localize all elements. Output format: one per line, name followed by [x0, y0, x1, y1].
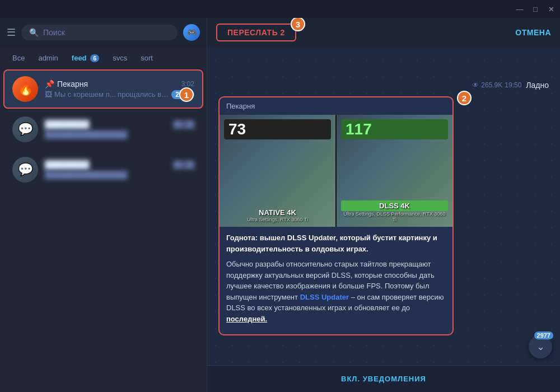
blurred-avatar-2: 💬	[12, 157, 38, 183]
tab-admin[interactable]: admin	[32, 52, 63, 64]
blurred-name-1: ████████	[45, 120, 89, 129]
blurred-preview-1: ████████████████	[45, 130, 194, 139]
ladno-text: Ладно	[526, 81, 549, 90]
pekarnya-preview: 🖼 Мы с корешем п... прощались в ... 2977	[45, 90, 194, 99]
blurred-info-2: ████████ ██:██ ████████████████	[45, 160, 194, 179]
channel-name: Пекарня	[220, 97, 452, 115]
pekarnya-time: 3:02	[181, 80, 194, 88]
feed-badge: 6	[90, 54, 99, 62]
dlss-fps: 117	[341, 119, 448, 139]
annotation-3: 3	[291, 18, 305, 31]
action-bar: ПЕРЕСЛАТЬ 2 3 ОТМЕНА	[207, 18, 560, 47]
blurred-time-1: ██:██	[174, 120, 194, 128]
tab-feed[interactable]: feed 6	[66, 52, 105, 64]
preview-icon: 🖼	[45, 90, 52, 99]
comparison-image: 73 NATIVE 4K Ultra Settings, RTX 3060 Ti…	[220, 115, 452, 227]
pekarnya-info: 📌 Пекарня 3:02 🖼 Мы с корешем п... проща…	[45, 80, 194, 99]
search-bar: ☰ 🔍 🎮	[0, 18, 207, 47]
title-bar: — □ ✕	[0, 0, 560, 18]
avatar-emoji: 🎮	[187, 28, 197, 37]
tab-svcs[interactable]: svcs	[107, 52, 133, 64]
pekarnya-emoji: 🔥	[18, 82, 33, 96]
scroll-badge: 2977	[534, 332, 553, 339]
tabs: Все admin feed 6 svcs sort	[0, 47, 207, 68]
search-input[interactable]	[43, 28, 170, 37]
notifications-button[interactable]: ВКЛ. УВЕДОМЛЕНИЯ	[341, 375, 426, 383]
forward-wrap: ПЕРЕСЛАТЬ 2 3	[216, 24, 296, 41]
pin-icon: 📌	[45, 80, 54, 88]
pekarnya-name: 📌 Пекарня	[45, 80, 88, 88]
left-panel: ☰ 🔍 🎮 Все admin feed 6 svcs sort	[0, 18, 207, 392]
dlss-half: 117 DLSS 4K Ultra Settings, DLSS Perform…	[337, 115, 452, 227]
channel-message-card: Пекарня 73 NATIVE 4K Ultra Settings, RTX…	[218, 96, 454, 335]
chat-item-blurred-2[interactable]: 💬 ████████ ██:██ ████████████████	[3, 150, 203, 189]
forward-button[interactable]: ПЕРЕСЛАТЬ 2	[216, 24, 296, 41]
msg-views: 👁 265.9K 19:50	[472, 81, 521, 89]
chat-item-pekarnya[interactable]: 🔥 📌 Пекарня 3:02 🖼 Мы с корешем п... про…	[3, 69, 203, 109]
close-button[interactable]: ✕	[547, 4, 556, 13]
native-half: 73 NATIVE 4K Ultra Settings, RTX 3060 Ti	[220, 115, 335, 227]
user-avatar[interactable]: 🎮	[183, 24, 200, 41]
maximize-button[interactable]: □	[531, 4, 540, 13]
annotation-1: 1	[179, 87, 194, 102]
tab-sort[interactable]: sort	[135, 52, 158, 64]
search-icon: 🔍	[29, 28, 39, 37]
menu-icon[interactable]: ☰	[7, 26, 16, 39]
blurred-avatar-1: 💬	[12, 116, 38, 142]
blurred-preview-2: ████████████████	[45, 171, 194, 179]
msg-para1: Обычно разрабы относительно старых тайтл…	[226, 259, 446, 324]
minimize-button[interactable]: —	[515, 4, 524, 13]
chat-content: 👁 265.9K 19:50 Ладно Пекарня 73	[207, 73, 560, 365]
eye-icon: 👁	[472, 81, 479, 89]
tab-all[interactable]: Все	[7, 52, 30, 64]
channel-msg-body: Годнота: вышел DLSS Updater, который бус…	[220, 227, 452, 334]
native-fps: 73	[224, 119, 331, 139]
chevron-down-icon: ⌄	[536, 342, 545, 352]
native-label: NATIVE 4K Ultra Settings, RTX 3060 Ti	[224, 208, 331, 222]
title-bar-controls: — □ ✕	[515, 4, 556, 13]
search-input-wrap[interactable]: 🔍	[21, 25, 178, 40]
blurred-name-2: ████████	[45, 160, 89, 169]
messages-area: 👁 265.9K 19:50 Ладно Пекарня 73	[207, 73, 560, 365]
chat-list: 🔥 📌 Пекарня 3:02 🖼 Мы с корешем п... про…	[0, 68, 207, 392]
pekarnya-avatar: 🔥	[12, 76, 38, 102]
ladno-message: 👁 265.9K 19:50 Ладно	[218, 78, 549, 92]
annotation-2: 2	[457, 91, 472, 105]
cancel-button[interactable]: ОТМЕНА	[515, 28, 551, 37]
pekarnya-name-row: 📌 Пекарня 3:02	[45, 80, 194, 88]
bottom-bar: ВКЛ. УВЕДОМЛЕНИЯ	[207, 365, 560, 392]
scroll-to-bottom-button[interactable]: 2977 ⌄	[529, 335, 552, 358]
app: ☰ 🔍 🎮 Все admin feed 6 svcs sort	[0, 18, 560, 392]
chat-item-blurred-1[interactable]: 💬 ████████ ██:██ ████████████████	[3, 110, 203, 149]
blurred-time-2: ██:██	[174, 161, 194, 169]
dlss-label: DLSS 4K Ultra Settings, DLSS Performance…	[341, 200, 448, 222]
blurred-info-1: ████████ ██:██ ████████████████	[45, 120, 194, 139]
right-panel: ПЕРЕСЛАТЬ 2 3 ОТМЕНА 📌 Закреплённое сооб…	[207, 18, 560, 392]
msg-bold: Годнота: вышел DLSS Updater, который бус…	[226, 232, 446, 254]
